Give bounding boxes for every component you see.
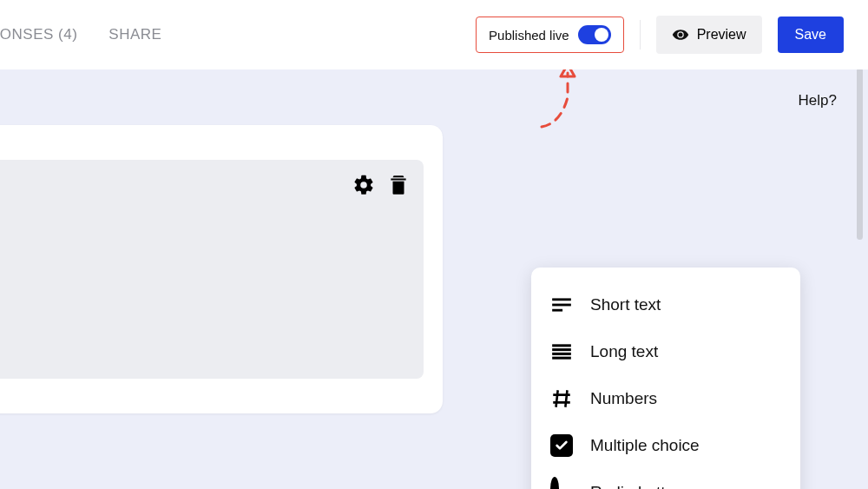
trash-icon[interactable]: [387, 174, 410, 196]
preview-label: Preview: [697, 27, 746, 43]
published-live-box: Published live: [476, 17, 624, 53]
header-actions: Published live Preview Save: [476, 16, 844, 54]
eye-icon: [672, 26, 689, 43]
svg-rect-6: [552, 357, 571, 360]
hash-icon: [550, 387, 573, 410]
fieldtype-label: Long text: [590, 342, 658, 361]
fieldtype-label: Short text: [590, 295, 661, 314]
fieldtype-label: Numbers: [590, 389, 657, 408]
svg-rect-1: [552, 304, 571, 307]
tab-responses[interactable]: PONSES (4): [0, 26, 77, 43]
svg-rect-5: [552, 353, 571, 355]
svg-rect-0: [552, 298, 571, 301]
checkbox-icon: [550, 434, 573, 457]
fieldtype-short-text[interactable]: Short text: [531, 281, 800, 328]
fieldtype-label: Radio buttons: [590, 483, 692, 489]
tab-share[interactable]: SHARE: [108, 26, 161, 43]
published-toggle[interactable]: [578, 25, 611, 44]
fieldtype-numbers[interactable]: Numbers: [531, 375, 800, 422]
form-card: [0, 125, 443, 413]
divider: [640, 20, 641, 50]
annotation-arrow: [536, 63, 606, 149]
body-area: Help? Short text: [0, 69, 868, 489]
svg-rect-2: [552, 309, 562, 312]
svg-rect-3: [552, 344, 571, 347]
fieldtype-long-text[interactable]: Long text: [531, 328, 800, 375]
scrollbar-thumb[interactable]: [857, 68, 863, 240]
fieldtype-multiple-choice[interactable]: Multiple choice: [531, 422, 800, 469]
scrollbar[interactable]: [857, 68, 863, 480]
form-block[interactable]: [0, 160, 424, 379]
preview-button[interactable]: Preview: [656, 16, 762, 54]
gear-icon[interactable]: [352, 174, 375, 196]
save-button[interactable]: Save: [778, 17, 844, 53]
svg-rect-4: [552, 348, 571, 351]
fieldtype-radio-buttons[interactable]: Radio buttons: [531, 469, 800, 489]
help-link[interactable]: Help?: [799, 92, 837, 109]
header-tabs: PONSES (4) SHARE: [0, 26, 161, 43]
radio-icon: [550, 481, 573, 489]
field-type-popup: Short text Long text Numbers Multiple ch…: [531, 268, 800, 489]
published-label: Published live: [489, 28, 569, 43]
long-text-icon: [550, 340, 573, 363]
short-text-icon: [550, 294, 573, 316]
toggle-knob: [595, 28, 608, 42]
save-label: Save: [795, 27, 826, 42]
fieldtype-label: Multiple choice: [590, 436, 700, 455]
block-actions: [352, 174, 410, 196]
header-bar: PONSES (4) SHARE Published live Preview …: [0, 0, 868, 69]
